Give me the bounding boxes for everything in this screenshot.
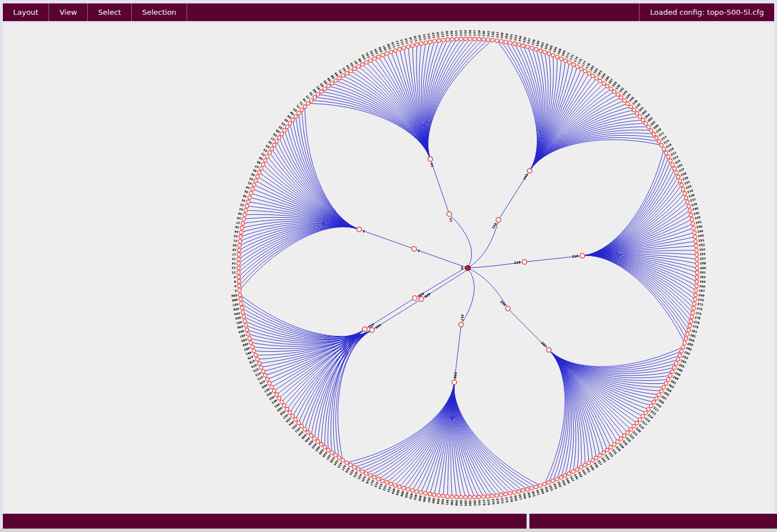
- leaf-node[interactable]: [390, 50, 393, 54]
- leaf-node[interactable]: [442, 494, 445, 498]
- leaf-node[interactable]: [300, 108, 303, 112]
- leaf-node[interactable]: [280, 400, 284, 404]
- leaf-node[interactable]: [560, 57, 563, 60]
- leaf-node[interactable]: [695, 271, 699, 274]
- leaf-node[interactable]: [237, 271, 240, 274]
- leaf-node[interactable]: [551, 54, 555, 57]
- branch-node[interactable]: [412, 296, 417, 300]
- leaf-node[interactable]: [257, 362, 261, 365]
- leaf-node[interactable]: [261, 163, 265, 166]
- hub-node[interactable]: [357, 227, 362, 232]
- leaf-node[interactable]: [254, 179, 257, 182]
- leaf-node[interactable]: [584, 70, 587, 73]
- leaf-node[interactable]: [260, 166, 263, 170]
- leaf-node[interactable]: [576, 65, 579, 68]
- leaf-node[interactable]: [681, 188, 685, 191]
- leaf-node[interactable]: [256, 358, 259, 361]
- leaf-node[interactable]: [693, 235, 697, 238]
- leaf-node[interactable]: [517, 43, 521, 46]
- leaf-node[interactable]: [694, 244, 698, 247]
- leaf-node[interactable]: [674, 362, 678, 366]
- leaf-node[interactable]: [688, 209, 691, 212]
- leaf-node[interactable]: [303, 105, 306, 108]
- leaf-node[interactable]: [257, 170, 261, 174]
- leaf-node[interactable]: [638, 418, 642, 421]
- leaf-node[interactable]: [239, 297, 242, 300]
- leaf-node[interactable]: [252, 183, 256, 186]
- leaf-node[interactable]: [669, 373, 672, 377]
- leaf-node[interactable]: [526, 45, 529, 48]
- leaf-node[interactable]: [623, 99, 626, 102]
- leaf-node[interactable]: [680, 350, 683, 353]
- leaf-node[interactable]: [237, 257, 240, 261]
- leaf-node[interactable]: [613, 442, 616, 446]
- leaf-node[interactable]: [555, 477, 559, 481]
- menu-item-layout[interactable]: Layout: [3, 3, 48, 21]
- leaf-node[interactable]: [252, 349, 256, 352]
- leaf-node[interactable]: [655, 136, 658, 139]
- leaf-node[interactable]: [240, 230, 243, 234]
- leaf-node[interactable]: [686, 200, 689, 204]
- branch-node[interactable]: [496, 217, 501, 222]
- leaf-node[interactable]: [369, 474, 372, 477]
- leaf-node[interactable]: [285, 125, 289, 128]
- leaf-node[interactable]: [428, 40, 432, 43]
- leaf-node[interactable]: [327, 84, 330, 88]
- leaf-node[interactable]: [446, 494, 450, 498]
- leaf-node[interactable]: [683, 192, 686, 195]
- leaf-node[interactable]: [306, 431, 310, 434]
- leaf-node[interactable]: [473, 496, 476, 499]
- leaf-node[interactable]: [245, 328, 249, 331]
- leaf-node[interactable]: [459, 496, 463, 499]
- leaf-node[interactable]: [591, 74, 594, 78]
- leaf-node[interactable]: [690, 217, 694, 221]
- leaf-node[interactable]: [564, 474, 567, 477]
- leaf-node[interactable]: [695, 275, 699, 279]
- leaf-node[interactable]: [605, 448, 609, 452]
- leaf-node[interactable]: [568, 472, 571, 475]
- leaf-node[interactable]: [268, 151, 272, 155]
- leaf-node[interactable]: [377, 55, 381, 59]
- leaf-node[interactable]: [273, 143, 276, 147]
- leaf-node[interactable]: [272, 389, 276, 392]
- leaf-node[interactable]: [237, 248, 241, 251]
- leaf-node[interactable]: [250, 345, 254, 348]
- leaf-node[interactable]: [240, 306, 244, 310]
- leaf-node[interactable]: [620, 96, 623, 99]
- leaf-node[interactable]: [323, 445, 326, 449]
- leaf-node[interactable]: [303, 428, 306, 431]
- leaf-node[interactable]: [381, 479, 384, 482]
- leaf-node[interactable]: [237, 279, 241, 283]
- leaf-node[interactable]: [587, 461, 590, 465]
- leaf-node[interactable]: [419, 42, 423, 45]
- leaf-node[interactable]: [657, 393, 661, 396]
- leaf-node[interactable]: [690, 315, 694, 319]
- leaf-node[interactable]: [361, 470, 364, 473]
- leaf-node[interactable]: [300, 424, 303, 428]
- leaf-node[interactable]: [693, 231, 696, 234]
- hub-node[interactable]: [362, 327, 367, 331]
- leaf-node[interactable]: [468, 496, 472, 499]
- leaf-node[interactable]: [238, 244, 241, 247]
- leaf-node[interactable]: [680, 183, 683, 186]
- leaf-node[interactable]: [237, 266, 240, 270]
- leaf-node[interactable]: [477, 495, 480, 498]
- leaf-node[interactable]: [594, 456, 598, 460]
- leaf-node[interactable]: [398, 47, 401, 51]
- leaf-node[interactable]: [451, 38, 454, 41]
- leaf-node[interactable]: [309, 434, 313, 437]
- leaf-node[interactable]: [686, 332, 689, 336]
- leaf-node[interactable]: [657, 140, 661, 143]
- leaf-node[interactable]: [662, 385, 665, 389]
- leaf-node[interactable]: [254, 354, 257, 357]
- leaf-node[interactable]: [280, 132, 284, 136]
- leaf-node[interactable]: [361, 63, 364, 66]
- leaf-node[interactable]: [685, 196, 688, 200]
- leaf-node[interactable]: [330, 451, 334, 454]
- leaf-node[interactable]: [341, 458, 345, 462]
- leaf-node[interactable]: [310, 99, 313, 102]
- leaf-node[interactable]: [244, 324, 248, 327]
- leaf-node[interactable]: [277, 136, 281, 139]
- branch-node[interactable]: [459, 322, 463, 327]
- leaf-node[interactable]: [641, 415, 645, 418]
